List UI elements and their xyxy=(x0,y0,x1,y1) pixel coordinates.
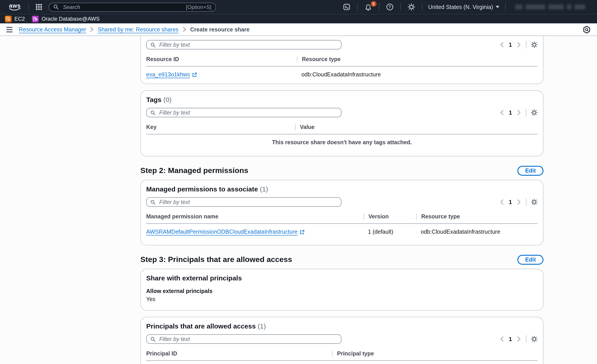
favorite-oracle-database[interactable]: Oracle Database@AWS xyxy=(32,15,100,22)
column-header: Key xyxy=(146,124,295,130)
permissions-filter-input[interactable] xyxy=(158,198,338,205)
tags-card-title: Tags (0) xyxy=(146,96,538,103)
principals-filter-input[interactable] xyxy=(158,335,338,343)
chevron-down-icon xyxy=(496,6,499,8)
favorite-label: Oracle Database@AWS xyxy=(42,16,100,22)
topbar-divider xyxy=(422,3,422,11)
table-preferences-button[interactable] xyxy=(531,336,538,342)
next-page-button[interactable] xyxy=(517,110,521,115)
table-row: exa_e913o1khws odb:CloudExadataInfrastru… xyxy=(146,67,538,83)
breadcrumb-current: Create resource share xyxy=(190,26,250,33)
managed-permissions-count: (1) xyxy=(260,185,268,193)
side-navigation-toggle[interactable] xyxy=(6,27,13,32)
step3-title: Step 3: Principals that are allowed acce… xyxy=(140,255,292,264)
breadcrumb-bar: Resource Access Manager Shared by me: Re… xyxy=(0,23,597,36)
page-number[interactable]: 1 xyxy=(509,109,512,116)
step3-edit-button[interactable]: Edit xyxy=(518,255,543,265)
principals-filter[interactable] xyxy=(146,334,341,344)
previous-page-button[interactable] xyxy=(499,336,504,342)
page-number[interactable]: 1 xyxy=(509,199,512,205)
services-grid-button[interactable] xyxy=(33,4,45,10)
gear-icon xyxy=(531,109,538,116)
cloudshell-button[interactable] xyxy=(340,3,353,11)
resources-table: Resource ID Resource type exa_e913o1khws… xyxy=(146,53,538,83)
external-link-icon xyxy=(192,72,197,77)
step2-header: Step 2: Managed permissions Edit xyxy=(140,166,543,176)
amazon-q-button[interactable] xyxy=(583,25,591,33)
search-icon xyxy=(53,4,59,10)
principals-count: (1) xyxy=(258,322,266,330)
cloudshell-terminal-icon xyxy=(343,3,350,11)
tags-count: (0) xyxy=(163,96,172,103)
search-shortcut: [Option+S] xyxy=(186,4,212,10)
tags-empty-message: This resource share doesn't have any tag… xyxy=(146,134,538,152)
breadcrumb-link-ram[interactable]: Resource Access Manager xyxy=(19,26,86,33)
next-page-button[interactable] xyxy=(517,336,521,342)
managed-permissions-title: Managed permissions to associate (1) xyxy=(146,185,538,193)
managed-permissions-table: Managed permission name Version Resource… xyxy=(146,211,538,241)
chevron-right-icon xyxy=(182,27,186,32)
table-header-row: Key Value xyxy=(146,121,538,134)
external-principals-title: Share with external principals xyxy=(146,274,538,282)
resources-pagination: 1 xyxy=(499,41,538,49)
permissions-filter[interactable] xyxy=(146,197,341,207)
search-icon xyxy=(150,336,156,342)
column-header: Resource type xyxy=(416,213,538,220)
tags-card: Tags (0) 1 Key xyxy=(140,90,543,156)
table-row: AWSRAMDefaultPermissionODBCloudExadataIn… xyxy=(146,224,538,241)
aws-smile-icon xyxy=(9,8,21,11)
previous-page-button[interactable] xyxy=(499,110,504,115)
global-search[interactable]: [Option+S] xyxy=(49,2,216,11)
external-principals-card: Share with external principals Allow ext… xyxy=(140,269,543,311)
tags-table: Key Value This resource share doesn't ha… xyxy=(146,121,538,152)
notification-badge: 5 xyxy=(370,1,376,7)
next-page-button[interactable] xyxy=(517,199,521,205)
table-header-row: Managed permission name Version Resource… xyxy=(146,211,538,224)
column-header: Resource ID xyxy=(146,56,297,62)
search-icon xyxy=(150,42,156,47)
help-button[interactable]: ? xyxy=(383,3,396,11)
account-menu-redacted[interactable] xyxy=(515,5,585,9)
tags-filter-input[interactable] xyxy=(158,109,338,116)
aws-logo[interactable]: aws xyxy=(9,3,21,11)
managed-permission-link[interactable]: AWSRAMDefaultPermissionODBCloudExadataIn… xyxy=(146,229,305,235)
resource-id-link[interactable]: exa_e913o1khws xyxy=(146,71,197,78)
page-number[interactable]: 1 xyxy=(509,336,512,342)
table-preferences-button[interactable] xyxy=(531,109,538,116)
search-input[interactable] xyxy=(62,3,183,11)
external-link-icon xyxy=(300,229,305,234)
pager-divider xyxy=(526,41,526,49)
gear-icon xyxy=(407,3,415,11)
column-header: Resource type xyxy=(297,56,538,62)
resources-filter-input[interactable] xyxy=(158,41,338,48)
permission-version-cell: 1 (default) xyxy=(363,229,416,235)
amazon-q-hexagon-icon xyxy=(583,25,591,33)
previous-page-button[interactable] xyxy=(499,199,504,205)
next-page-button[interactable] xyxy=(517,42,521,48)
region-selector[interactable]: United States (N. Virginia) xyxy=(426,4,501,10)
resources-filter[interactable] xyxy=(146,40,341,49)
settings-button[interactable] xyxy=(405,3,418,11)
column-header: Principal type xyxy=(332,350,538,357)
gear-icon xyxy=(531,336,538,342)
ec2-service-icon xyxy=(5,15,12,22)
column-header: Version xyxy=(363,213,416,220)
previous-page-button[interactable] xyxy=(499,42,504,48)
notifications-button[interactable]: 5 xyxy=(361,3,375,11)
table-preferences-button[interactable] xyxy=(531,41,538,48)
tags-filter[interactable] xyxy=(146,108,341,117)
allow-external-value: Yes xyxy=(146,296,538,304)
grid-icon xyxy=(36,4,42,10)
topbar-divider xyxy=(400,3,401,11)
page-number[interactable]: 1 xyxy=(509,42,512,48)
topbar-divider xyxy=(357,3,357,11)
breadcrumb-link-shared-by-me[interactable]: Shared by me: Resource shares xyxy=(98,26,179,33)
aws-logo-text: aws xyxy=(9,3,21,8)
table-preferences-button[interactable] xyxy=(531,199,538,205)
favorite-label: EC2 xyxy=(14,16,25,22)
tags-pagination: 1 xyxy=(499,109,538,116)
step2-edit-button[interactable]: Edit xyxy=(518,166,543,176)
principals-title: Principals that are allowed access (1) xyxy=(146,322,538,330)
principals-table: Principal ID Principal type 123456790123… xyxy=(146,348,538,364)
favorite-ec2[interactable]: EC2 xyxy=(5,15,25,22)
